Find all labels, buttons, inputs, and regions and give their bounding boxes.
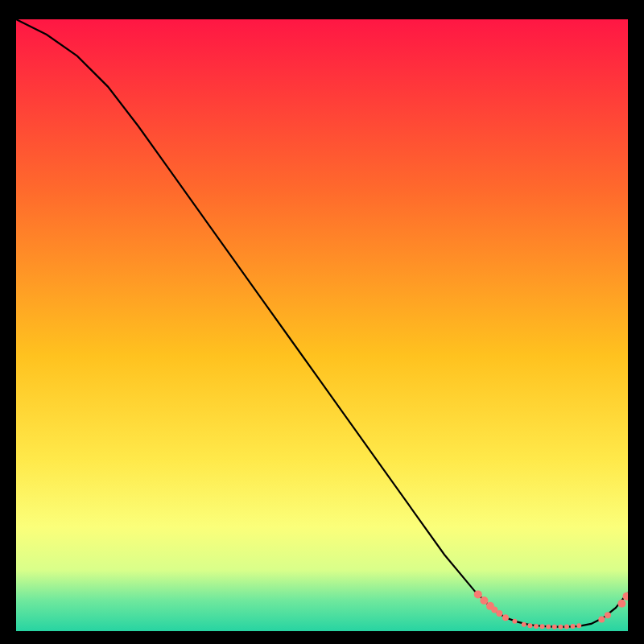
data-marker xyxy=(576,623,581,628)
data-marker xyxy=(605,612,611,618)
data-marker xyxy=(571,624,576,629)
data-marker xyxy=(527,623,532,628)
gradient-background xyxy=(16,19,628,631)
data-marker xyxy=(552,625,557,630)
data-marker xyxy=(564,625,569,630)
data-marker xyxy=(496,610,502,617)
data-marker xyxy=(558,625,563,630)
chart-frame: TheBottleneck.com xyxy=(16,19,628,631)
data-marker xyxy=(598,617,605,623)
data-marker xyxy=(540,624,545,629)
data-marker xyxy=(546,625,551,630)
data-marker xyxy=(474,590,482,598)
data-marker xyxy=(522,622,526,627)
data-marker xyxy=(502,614,509,621)
data-marker xyxy=(512,619,517,624)
data-marker xyxy=(480,597,488,605)
data-marker xyxy=(617,600,625,608)
bottleneck-chart xyxy=(16,19,628,631)
data-marker xyxy=(534,624,539,629)
